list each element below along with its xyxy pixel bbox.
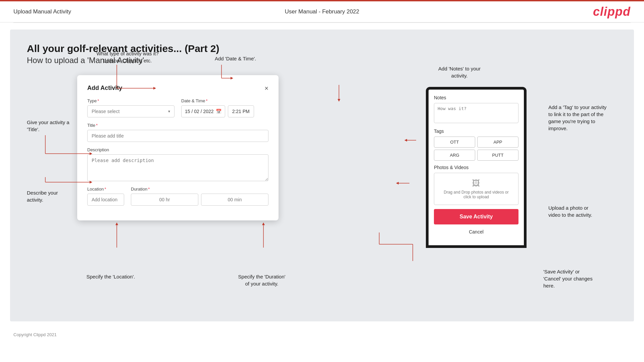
dialog-header: Add Activity × [87, 85, 268, 92]
content-layout: What type of activity was it? Lesson, Ch… [27, 75, 617, 220]
type-field-group: Type* Please select ▾ [87, 98, 175, 117]
tag-arg[interactable]: ARG [434, 150, 475, 161]
title-input[interactable] [87, 130, 268, 142]
chevron-down-icon: ▾ [168, 109, 170, 114]
location-annotation-text: Specify the 'Location'. [87, 274, 135, 279]
date-input[interactable]: 15 / 02 / 2022 📅 [181, 105, 225, 117]
dialog-title: Add Activity [87, 85, 122, 92]
mobile-panel-inner: Notes Tags OTT APP ARG PUTT Photos & Vid… [429, 90, 524, 243]
description-label: Description [87, 147, 268, 152]
type-select[interactable]: Please select ▾ [87, 105, 175, 117]
photos-label: Photos & Videos [434, 165, 518, 170]
copyright: Copyright Clippd 2021 [13, 332, 57, 337]
duration-label: Duration* [131, 187, 268, 192]
form-row-type-datetime: Type* Please select ▾ Date & Time* 15 / … [87, 98, 268, 117]
svg-marker-15 [262, 222, 265, 225]
duration-min-input[interactable] [201, 194, 268, 206]
duration-field-group: Duration* [131, 187, 268, 206]
time-value: 2:21 PM [232, 109, 250, 114]
tag-annotation: Add a 'Tag' to your activity to link it … [548, 104, 610, 132]
main-content: All your golf-relevant activities... (Pa… [10, 30, 634, 321]
title-label: Title* [87, 123, 268, 128]
notes-label: Notes [434, 95, 518, 100]
description-textarea[interactable] [87, 154, 268, 181]
upload-icon: 🖼 [438, 178, 515, 188]
location-input[interactable] [87, 194, 124, 206]
location-annotation: Specify the 'Location'. [77, 273, 144, 280]
duration-annotation: Specify the 'Duration' of your activity. [221, 273, 302, 287]
save-annotation-text: 'Save Activity' or 'Cancel' your changes… [543, 269, 593, 289]
tag-annotation-text: Add a 'Tag' to your activity to link it … [548, 104, 606, 131]
type-label: Type* [87, 98, 175, 103]
save-activity-button[interactable]: Save Activity [434, 209, 518, 224]
duration-annotation-text: Specify the 'Duration' of your activity. [238, 274, 286, 287]
tag-ott[interactable]: OTT [434, 137, 475, 148]
notes-annotation-text: Add 'Notes' to your activity. [438, 66, 481, 79]
mobile-panel: Notes Tags OTT APP ARG PUTT Photos & Vid… [426, 87, 527, 248]
svg-marker-13 [115, 222, 118, 225]
tags-grid: OTT APP ARG PUTT [434, 137, 518, 161]
location-label: Location* [87, 187, 124, 192]
title-annotation-text: Give your activity a 'Title'. [27, 119, 69, 132]
form-row-location-duration: Location* Duration* [87, 187, 268, 206]
notes-annotation: Add 'Notes' to your activity. [429, 65, 490, 79]
page-title: Upload Manual Activity [13, 8, 71, 15]
upload-text: Drag and Drop photos and videos or click… [438, 190, 515, 199]
duration-inputs [131, 194, 268, 206]
tag-putt[interactable]: PUTT [477, 150, 518, 161]
date-value: 15 / 02 / 2022 [185, 109, 214, 114]
save-annotation: 'Save Activity' or 'Cancel' your changes… [543, 268, 610, 289]
date-time-inputs: 15 / 02 / 2022 📅 2:21 PM [181, 105, 268, 117]
type-placeholder: Please select [92, 109, 119, 114]
tag-app[interactable]: APP [477, 137, 518, 148]
notes-textarea[interactable] [434, 103, 518, 123]
description-annotation-text: Describe your activity. [27, 190, 58, 203]
time-input[interactable]: 2:21 PM [228, 105, 254, 117]
description-field-group: Description [87, 147, 268, 181]
title-field-group: Title* [87, 123, 268, 142]
logo: clippd [593, 5, 631, 19]
datetime-label: Date & Time* [181, 98, 268, 103]
datetime-field-group: Date & Time* 15 / 02 / 2022 📅 2:21 PM [181, 98, 268, 117]
date-time-text: Add 'Date & Time'. [215, 56, 256, 61]
footer: Copyright Clippd 2021 [0, 328, 644, 341]
header-divider [13, 22, 631, 23]
location-field-group: Location* [87, 187, 124, 206]
tags-label: Tags [434, 128, 518, 134]
activity-type-text: What type of activity was it? Lesson, Ch… [96, 51, 158, 63]
photo-annotation: Upload a photo or video to the activity. [548, 204, 610, 218]
description-annotation: Describe your activity. [27, 189, 76, 203]
title-annotation: Give your activity a 'Title'. [27, 119, 76, 133]
add-activity-dialog: Add Activity × Type* Please select ▾ Dat [77, 75, 279, 220]
date-time-annotation: Add 'Date & Time'. [215, 55, 256, 62]
calendar-icon: 📅 [216, 109, 221, 114]
close-button[interactable]: × [264, 85, 268, 92]
duration-hr-input[interactable] [131, 194, 198, 206]
upload-area[interactable]: 🖼 Drag and Drop photos and videos or cli… [434, 173, 518, 205]
activity-type-annotation: What type of activity was it? Lesson, Ch… [94, 50, 161, 64]
manual-label: User Manual - February 2022 [285, 8, 359, 15]
photo-annotation-text: Upload a photo or video to the activity. [548, 205, 592, 218]
cancel-link[interactable]: Cancel [434, 228, 518, 236]
top-bar: Upload Manual Activity User Manual - Feb… [0, 0, 644, 22]
right-side: Add 'Notes' to your activity. Add a 'Tag… [416, 70, 610, 248]
